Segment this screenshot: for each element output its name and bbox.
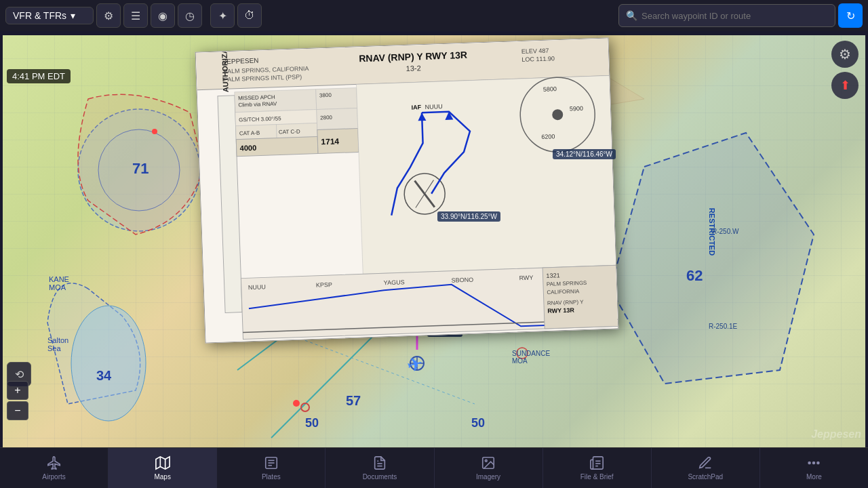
svg-line-52 (415, 180, 435, 208)
refresh-button[interactable]: ↻ (838, 3, 863, 28)
svg-text:MISSED APCH: MISSED APCH (238, 94, 275, 102)
map-area[interactable]: JEPPESEN PALM SPRINGS, CALIFORNIA PALM S… (0, 31, 868, 447)
svg-rect-31 (218, 96, 242, 313)
tab-scratchpad[interactable]: ScratchPad (652, 448, 760, 488)
menu-icon: ☰ (131, 9, 140, 22)
filebrief-icon (589, 455, 604, 472)
svg-point-93 (813, 462, 815, 464)
svg-text:ELEV  487: ELEV 487 (521, 47, 549, 55)
tab-plates-label: Plates (262, 474, 281, 481)
svg-text:NUUU: NUUU (248, 283, 266, 291)
svg-text:YAGUS: YAGUS (384, 279, 405, 286)
coord-label-2: 33.90°N/116.25°W (437, 211, 500, 222)
coord-label-1: 34.12°N/116.46°W (553, 149, 616, 159)
svg-rect-50 (356, 75, 617, 274)
svg-text:1714: 1714 (321, 136, 339, 146)
svg-rect-40 (276, 123, 317, 138)
watermark: Jeppesen (811, 428, 861, 441)
svg-text:RWY: RWY (519, 274, 533, 282)
history-icon: ⏱ (244, 9, 255, 22)
svg-rect-46 (317, 108, 358, 129)
svg-text:NUUU: NUUU (425, 103, 443, 110)
gear-icon: ⚙ (104, 9, 113, 22)
imagery-icon (481, 455, 496, 472)
svg-marker-54 (418, 113, 426, 121)
zoom-in-icon: + (14, 384, 20, 396)
svg-text:5800: 5800 (543, 85, 557, 93)
svg-text:PALM SPRINGS: PALM SPRINGS (547, 280, 587, 287)
svg-text:CALIFORNIA: CALIFORNIA (547, 288, 580, 296)
svg-text:GS/TCH 3.00°/55: GS/TCH 3.00°/55 (239, 115, 281, 123)
tab-filebrief-label: File & Brief (580, 474, 614, 481)
zoom-out-icon: − (14, 405, 20, 417)
documents-icon (372, 455, 387, 472)
zoom-controls: + − (7, 381, 28, 420)
tab-more[interactable]: More (760, 448, 868, 488)
svg-text:CAT C-D: CAT C-D (279, 128, 300, 135)
map-border-left (0, 31, 3, 447)
svg-text:3800: 3800 (319, 92, 332, 99)
svg-text:6200: 6200 (541, 133, 555, 140)
refresh-icon: ↻ (846, 9, 855, 22)
svg-text:RNAV (RNP) Y: RNAV (RNP) Y (547, 299, 584, 306)
history-button[interactable]: ⏱ (237, 3, 262, 28)
zoom-out-button[interactable]: − (7, 401, 28, 420)
tab-airports[interactable]: Airports (0, 448, 108, 488)
globe-button[interactable]: ◉ (151, 3, 175, 28)
tab-documents[interactable]: Documents (326, 448, 434, 488)
map-type-selector[interactable]: VFR & TFRs ▾ (5, 7, 94, 24)
favorites-button[interactable]: ✦ (210, 3, 235, 28)
map-compass-button[interactable]: ⬆ (831, 72, 859, 99)
svg-rect-33 (235, 89, 317, 113)
search-input[interactable] (642, 11, 828, 21)
svg-line-23 (197, 75, 610, 89)
tab-documents-label: Documents (363, 474, 397, 481)
top-bar: VFR & TFRs ▾ ⚙ ☰ ◉ ◷ ✦ ⏱ 🔍 ↻ (0, 0, 868, 31)
tab-plates[interactable]: Plates (217, 448, 326, 488)
tab-maps[interactable]: Maps (108, 448, 217, 488)
timer-icon: ◷ (185, 9, 195, 22)
svg-text:IAF: IAF (412, 104, 422, 111)
svg-point-94 (817, 462, 819, 464)
svg-marker-78 (156, 457, 170, 469)
svg-text:5900: 5900 (570, 105, 583, 113)
scratchpad-icon (698, 455, 713, 472)
timer-button[interactable]: ◷ (178, 3, 202, 28)
star-icon: ✦ (218, 9, 227, 22)
svg-line-53 (415, 180, 435, 208)
map-type-chevron: ▾ (71, 10, 75, 21)
svg-text:LOC  111.90: LOC 111.90 (521, 55, 555, 63)
svg-rect-21 (196, 39, 618, 343)
svg-text:KPSP: KPSP (316, 281, 332, 289)
compass-icon: ⬆ (840, 78, 850, 93)
svg-text:PALM SPRINGS, CALIFORNIA: PALM SPRINGS, CALIFORNIA (224, 65, 309, 75)
tab-imagery[interactable]: Imagery (435, 448, 543, 488)
tab-more-label: More (806, 474, 822, 481)
svg-rect-63 (241, 265, 618, 339)
svg-text:1321: 1321 (546, 272, 559, 279)
plate-inner: JEPPESEN PALM SPRINGS, CALIFORNIA PALM S… (196, 39, 618, 343)
svg-point-58 (519, 76, 596, 153)
tab-filebrief[interactable]: File & Brief (543, 448, 652, 488)
more-icon (806, 455, 821, 472)
svg-rect-38 (236, 125, 277, 140)
svg-rect-44 (316, 88, 357, 110)
svg-rect-48 (317, 128, 359, 153)
map-type-label: VFR & TFRs (13, 10, 66, 21)
plate-overlay[interactable]: JEPPESEN PALM SPRINGS, CALIFORNIA PALM S… (195, 37, 619, 343)
plate-svg: JEPPESEN PALM SPRINGS, CALIFORNIA PALM S… (196, 39, 618, 343)
globe-icon: ◉ (158, 9, 167, 22)
map-gear-icon: ⚙ (839, 46, 851, 62)
svg-text:2800: 2800 (320, 115, 333, 121)
menu-button[interactable]: ☰ (123, 3, 148, 28)
route-editor-icon: ⟲ (15, 368, 24, 381)
settings-button[interactable]: ⚙ (96, 3, 121, 28)
zoom-in-button[interactable]: + (7, 381, 28, 400)
svg-point-59 (552, 109, 564, 121)
svg-line-69 (243, 319, 618, 332)
svg-point-92 (809, 462, 811, 464)
plates-icon (264, 455, 279, 472)
map-gear-button[interactable]: ⚙ (831, 41, 859, 68)
svg-text:Climb via RNAV: Climb via RNAV (238, 101, 277, 108)
svg-rect-71 (542, 265, 618, 329)
